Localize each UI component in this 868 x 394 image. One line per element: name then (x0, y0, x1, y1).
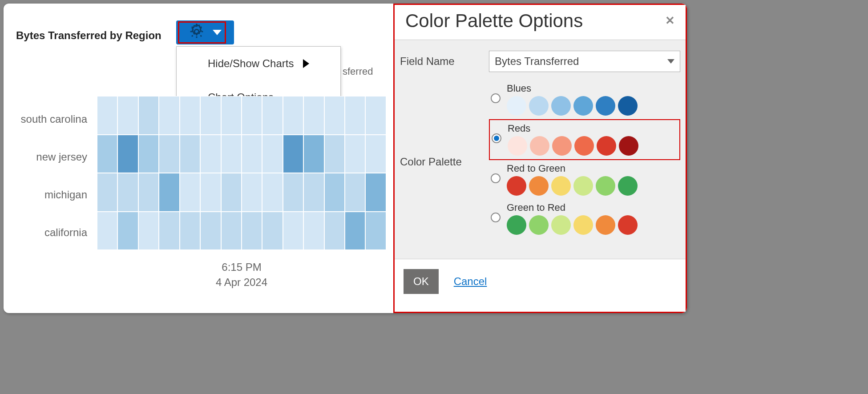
heat-cell (283, 173, 303, 212)
heat-cell (159, 173, 179, 212)
heat-cell (365, 135, 386, 173)
close-icon[interactable]: ✕ (665, 14, 675, 28)
dialog-body: Field Name Bytes Transferred Color Palet… (395, 40, 686, 259)
color-swatch (507, 96, 526, 116)
heat-cell (221, 173, 242, 212)
heat-row (97, 173, 386, 212)
color-palette-row: Color Palette BluesRedsRed to GreenGreen… (400, 80, 680, 238)
color-swatch (596, 176, 615, 196)
heat-cell (303, 212, 324, 250)
dialog-footer: OK Cancel (395, 259, 686, 304)
heat-row (97, 96, 386, 135)
heat-cell (200, 135, 221, 173)
y-label: michigan (20, 186, 87, 224)
heat-cell (283, 212, 303, 250)
heat-cell (97, 173, 117, 212)
heat-cell (138, 212, 159, 250)
heat-cell (159, 96, 179, 135)
chart-title: Bytes Transferred by Region (16, 29, 161, 42)
heat-cell (200, 96, 221, 135)
palette-options: BluesRedsRed to GreenGreen to Red (489, 80, 680, 238)
heat-cell (324, 212, 345, 250)
color-swatch (530, 136, 549, 156)
heat-cell (97, 96, 117, 135)
y-label: new jersey (20, 148, 87, 186)
heat-cell (117, 212, 138, 250)
cancel-link[interactable]: Cancel (454, 275, 487, 288)
color-palette-dialog: Color Palette Options ✕ Field Name Bytes… (393, 4, 687, 313)
color-swatch (574, 136, 594, 156)
heat-row (97, 135, 386, 173)
swatch-row (507, 176, 638, 196)
heat-cell (159, 212, 179, 250)
color-swatch (596, 96, 615, 116)
chevron-down-icon (667, 59, 674, 64)
palette-option-green-to-red[interactable]: Green to Red (489, 199, 680, 238)
y-axis-labels: south carolina new jersey michigan calif… (20, 110, 87, 261)
color-swatch (551, 215, 571, 235)
heat-cell (221, 96, 242, 135)
palette-name: Green to Red (507, 202, 638, 213)
heat-cell (117, 173, 138, 212)
palette-name: Red to Green (507, 163, 638, 174)
heat-cell (138, 173, 159, 212)
heat-cell (138, 96, 159, 135)
radio-button[interactable] (491, 213, 501, 222)
swatch-row (507, 96, 638, 116)
color-swatch (597, 136, 616, 156)
radio-button[interactable] (491, 93, 501, 103)
color-palette-label: Color Palette (400, 80, 489, 168)
color-swatch (573, 176, 593, 196)
heat-cell (242, 96, 262, 135)
heat-cell (303, 173, 324, 212)
heat-cell (283, 135, 303, 173)
heat-cell (365, 96, 386, 135)
menu-item-hide-show[interactable]: Hide/Show Charts (177, 47, 340, 80)
settings-dropdown-button[interactable] (176, 20, 234, 44)
color-swatch (529, 176, 549, 196)
heat-cell (345, 212, 365, 250)
heat-cell (97, 212, 117, 250)
y-label: california (20, 224, 87, 261)
heat-cell (242, 173, 262, 212)
heat-cell (242, 135, 262, 173)
heat-cell (97, 135, 117, 173)
field-name-select[interactable]: Bytes Transferred (489, 51, 680, 72)
heat-cell (180, 173, 200, 212)
x-date: 4 Apr 2024 (97, 275, 386, 290)
color-swatch (507, 215, 526, 235)
heat-cell (345, 135, 365, 173)
ok-button[interactable]: OK (404, 269, 439, 294)
palette-option-red-to-green[interactable]: Red to Green (489, 160, 680, 199)
heat-cell (303, 96, 324, 135)
heat-cell (180, 212, 200, 250)
color-swatch (618, 96, 638, 116)
dialog-title: Color Palette Options (405, 10, 583, 32)
palette-option-blues[interactable]: Blues (489, 80, 680, 119)
swatch-row (508, 136, 638, 156)
palette-option-reds[interactable]: Reds (489, 119, 680, 160)
color-swatch (551, 96, 571, 116)
y-label: south carolina (20, 110, 87, 148)
heat-cell (345, 96, 365, 135)
color-swatch (573, 96, 593, 116)
radio-button[interactable] (491, 173, 501, 183)
radio-button[interactable] (492, 133, 501, 143)
select-value: Bytes Transferred (495, 55, 579, 68)
color-swatch (529, 96, 549, 116)
field-name-row: Field Name Bytes Transferred (400, 51, 680, 72)
heat-cell (324, 173, 345, 212)
color-swatch (551, 176, 571, 196)
heat-cell (283, 96, 303, 135)
color-swatch (508, 136, 527, 156)
heat-cell (365, 173, 386, 212)
heat-cell (324, 96, 345, 135)
color-swatch (529, 215, 549, 235)
heat-cell (180, 96, 200, 135)
heat-cell (200, 212, 221, 250)
swatch-row (507, 215, 638, 235)
color-swatch (507, 176, 526, 196)
app-frame: Bytes Transferred by Region Hide/Show Ch… (4, 4, 687, 313)
color-swatch (552, 136, 572, 156)
x-axis-label: 6:15 PM 4 Apr 2024 (97, 260, 386, 289)
